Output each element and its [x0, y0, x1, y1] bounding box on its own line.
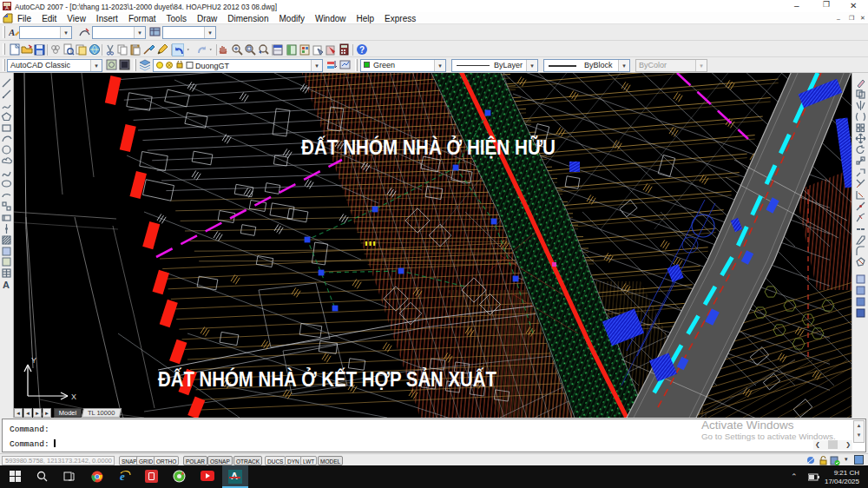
svg-text:X: X	[71, 392, 76, 401]
svg-text:?: ?	[359, 45, 365, 55]
svg-text:A: A	[9, 27, 15, 37]
svg-text:A: A	[5, 5, 9, 10]
svg-text:A: A	[3, 280, 10, 290]
svg-text:ĐẤT NHÓM NHÀ Ở KẾT HỢP SẢN XUẤ: ĐẤT NHÓM NHÀ Ở KẾT HỢP SẢN XUẤT	[158, 366, 496, 391]
svg-text:Y: Y	[31, 356, 36, 365]
svg-text:ĐẤT NHÓM NHÀ Ở HIỆN HỮU: ĐẤT NHÓM NHÀ Ở HIỆN HỮU	[301, 135, 556, 159]
